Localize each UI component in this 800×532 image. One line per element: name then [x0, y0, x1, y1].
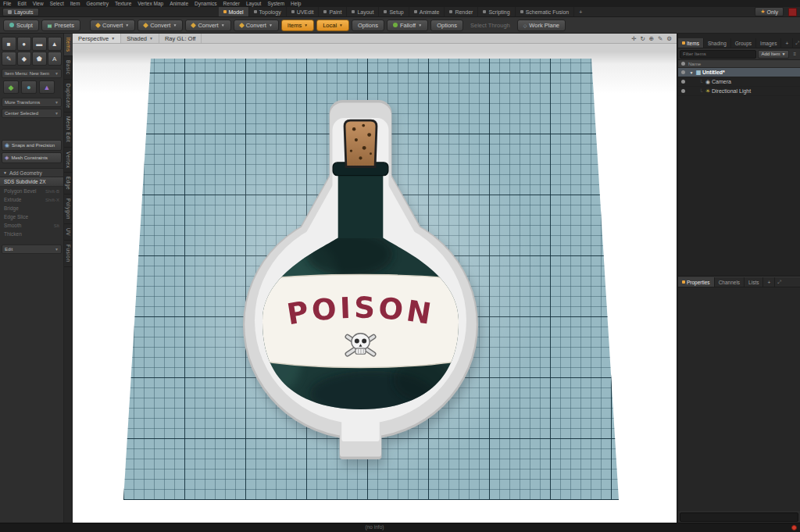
cylinder-tool-button[interactable]: ◆: [17, 52, 32, 66]
tab-topology[interactable]: Topology: [249, 7, 287, 16]
vtab-polygon[interactable]: Polygon: [64, 195, 73, 224]
tab-uvedit[interactable]: UVEdit: [287, 7, 320, 16]
disclosure-triangle[interactable]: ▼: [688, 70, 695, 75]
menu-render[interactable]: Render: [223, 1, 240, 6]
gear-icon[interactable]: ⚙: [666, 35, 672, 42]
add-layout-tab-button[interactable]: +: [574, 7, 587, 16]
cone-icon-button[interactable]: ▲: [39, 80, 55, 94]
tool-edge-slice[interactable]: Edge Slice: [0, 212, 63, 221]
vtab-vertex[interactable]: Vertex: [64, 148, 73, 173]
add-properties-tab-button[interactable]: +: [763, 277, 775, 287]
pan-icon[interactable]: ✛: [631, 35, 636, 42]
vtab-edge[interactable]: Edge: [64, 173, 73, 195]
tool-smooth[interactable]: Smooth Sft: [0, 221, 63, 230]
vtab-duplicate[interactable]: Duplicate: [64, 80, 73, 113]
list-options-icon[interactable]: ≡: [791, 52, 798, 56]
tab-shading[interactable]: Shading: [704, 38, 731, 48]
item-row-untitled[interactable]: ▼ ▦ Untitled*: [678, 68, 800, 77]
menu-animate[interactable]: Animate: [170, 1, 188, 6]
polygon-tool-button[interactable]: ⬟: [32, 52, 47, 66]
items-mode-button[interactable]: Items▼: [281, 20, 314, 31]
menu-help[interactable]: Help: [291, 1, 301, 6]
visibility-toggle[interactable]: [678, 80, 688, 84]
tab-properties[interactable]: Properties: [678, 277, 715, 287]
raygl-toggle[interactable]: Ray GL: Off: [159, 34, 202, 43]
select-through-toggle[interactable]: Select Through: [466, 22, 515, 29]
layouts-button[interactable]: Layouts: [2, 8, 39, 16]
tab-images[interactable]: Images: [756, 38, 781, 48]
gem-icon-button[interactable]: ◆: [3, 80, 19, 94]
visibility-toggle[interactable]: [678, 70, 688, 74]
menu-dynamics[interactable]: Dynamics: [195, 1, 217, 6]
vtab-items[interactable]: Items: [64, 34, 73, 56]
filter-items-input[interactable]: Filter Items: [680, 50, 756, 59]
panel-expand-icon[interactable]: ⤢: [793, 38, 800, 48]
visibility-toggle[interactable]: [678, 89, 688, 93]
convert-button-3[interactable]: Convert▼: [185, 20, 230, 31]
cone-tool-button[interactable]: ▲: [48, 37, 62, 51]
local-mode-button[interactable]: Local▼: [316, 20, 349, 31]
properties-empty-area[interactable]: [678, 287, 800, 511]
item-tree-empty-area[interactable]: [678, 96, 800, 277]
more-transforms-dropdown[interactable]: More Transforms▼: [2, 98, 62, 107]
red-indicator[interactable]: [788, 8, 797, 16]
falloff-button[interactable]: Falloff▼: [387, 20, 428, 31]
tab-groups[interactable]: Groups: [731, 38, 756, 48]
convert-button-4[interactable]: Convert▼: [234, 20, 279, 31]
tool-bridge[interactable]: Bridge: [0, 204, 63, 212]
menu-view[interactable]: View: [33, 1, 44, 6]
convert-button-2[interactable]: Convert▼: [138, 20, 183, 31]
shading-mode-dropdown[interactable]: Shaded▼: [121, 34, 159, 43]
zoom-icon[interactable]: ⊕: [649, 35, 654, 42]
perspective-dropdown[interactable]: Perspective▼: [73, 34, 121, 43]
add-item-button[interactable]: Add Item▼: [758, 50, 790, 59]
edit-dropdown[interactable]: Edit▼: [2, 245, 62, 254]
tool-sds-subdivide[interactable]: SDS Subdivide 2X: [0, 177, 63, 187]
item-row-directional-light[interactable]: └ ☀ Directional Light: [678, 87, 800, 96]
menu-geometry[interactable]: Geometry: [86, 1, 109, 6]
command-input[interactable]: [680, 512, 798, 522]
pen-tool-button[interactable]: ✎: [2, 52, 16, 66]
convert-button-1[interactable]: Convert▼: [90, 20, 135, 31]
tab-scripting[interactable]: Scripting: [478, 7, 515, 16]
options-button-2[interactable]: Options: [430, 20, 463, 31]
snaps-precision-button[interactable]: ◉ Snaps and Precision: [2, 140, 62, 151]
vtab-basic[interactable]: Basic: [64, 56, 73, 79]
sphere-tool-button[interactable]: ●: [17, 37, 32, 51]
work-plane-button[interactable]: ◇Work Plane: [517, 20, 566, 31]
tab-items-list[interactable]: Items: [678, 38, 704, 48]
menu-file[interactable]: File: [3, 1, 11, 6]
globe-icon-button[interactable]: ●: [21, 80, 37, 94]
vtab-uv[interactable]: UV: [64, 224, 73, 241]
tab-lists[interactable]: Lists: [745, 277, 763, 287]
viewport-canvas[interactable]: POISON: [73, 44, 677, 523]
tab-schematic-fusion[interactable]: Schematic Fusion: [516, 7, 575, 16]
viewport-3d[interactable]: Perspective▼ Shaded▼ Ray GL: Off ✛ ↻ ⊕ ✎…: [73, 34, 677, 523]
tool-extrude[interactable]: Extrude Shift-X: [0, 195, 63, 204]
sculpt-button[interactable]: Sculpt: [3, 20, 39, 31]
capsule-tool-button[interactable]: ▬: [32, 37, 47, 51]
vtab-mesh-edit[interactable]: Mesh Edit: [64, 112, 73, 147]
mesh-constraints-button[interactable]: ◈ Mesh Constraints: [2, 152, 62, 163]
tab-animate[interactable]: Animate: [409, 7, 445, 16]
tab-layout[interactable]: Layout: [347, 7, 379, 16]
orbit-icon[interactable]: ↻: [640, 35, 645, 42]
tab-paint[interactable]: Paint: [319, 7, 347, 16]
center-selected-dropdown[interactable]: Center Selected▼: [2, 109, 62, 118]
menu-system[interactable]: System: [267, 1, 284, 6]
add-panel-tab-button[interactable]: +: [781, 38, 793, 48]
menu-layout[interactable]: Layout: [246, 1, 262, 6]
alert-indicator[interactable]: [791, 525, 797, 530]
menu-texture[interactable]: Texture: [115, 1, 131, 6]
menu-item[interactable]: Item: [70, 1, 80, 6]
tab-setup[interactable]: Setup: [379, 7, 409, 16]
panel-expand-icon[interactable]: ⤢: [775, 277, 784, 287]
pen-icon[interactable]: ✎: [658, 35, 662, 42]
tab-model[interactable]: Model: [219, 7, 249, 16]
menu-vertex-map[interactable]: Vertex Map: [138, 1, 163, 6]
cube-tool-button[interactable]: ■: [2, 37, 16, 51]
menu-edit[interactable]: Edit: [17, 1, 26, 6]
text-tool-button[interactable]: A: [48, 52, 62, 66]
tab-channels[interactable]: Channels: [715, 277, 745, 287]
item-row-camera[interactable]: └ ◉ Camera: [678, 77, 800, 87]
